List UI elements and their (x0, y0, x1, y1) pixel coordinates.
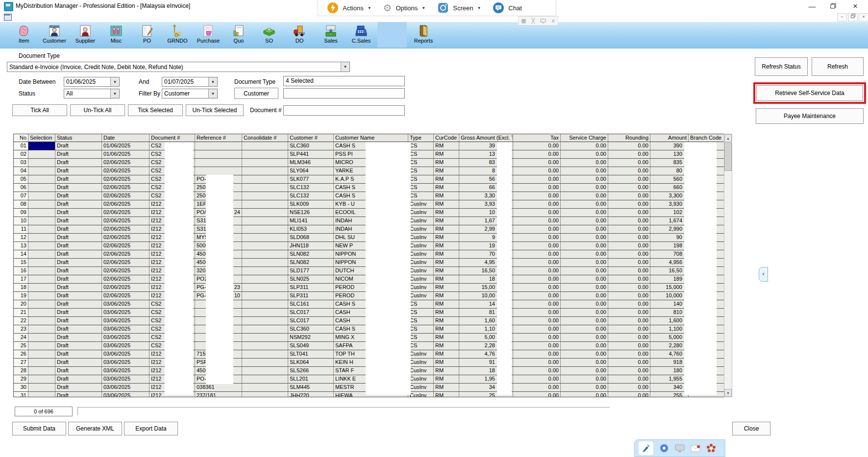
cell-amount[interactable]: 130 (650, 150, 689, 158)
cell-type[interactable]: CS (408, 325, 434, 333)
cell-consolidate[interactable] (242, 225, 288, 233)
cell-amount[interactable]: 5,000 (650, 334, 689, 341)
cell-cur[interactable]: RM (434, 225, 459, 233)
cell-ref[interactable] (195, 167, 242, 175)
restore-button[interactable] (825, 0, 842, 12)
scroll-up-icon[interactable]: ▲ (724, 134, 732, 142)
cell-consolidate[interactable] (242, 384, 288, 391)
cell-cur[interactable]: RM (434, 250, 459, 258)
cell-no[interactable]: 03 (14, 159, 28, 167)
cell-svc[interactable]: 0.00 (561, 350, 608, 358)
cell-status[interactable]: Draft (55, 217, 102, 225)
cell-sel[interactable] (28, 392, 55, 397)
mdi-minimize-button[interactable]: – (837, 13, 847, 22)
cell-status[interactable]: Draft (55, 334, 102, 341)
cell-type[interactable]: CusInv (408, 367, 434, 375)
column-header-sel[interactable]: Selection (28, 134, 55, 142)
toolbar-item-so[interactable]: SO (255, 23, 283, 48)
cell-date[interactable]: 02/06/2025 (102, 284, 149, 291)
tick-all-button[interactable]: Tick All (12, 104, 67, 116)
cell-no[interactable]: 15 (14, 259, 28, 266)
cell-cust[interactable]: SLP311 (288, 292, 334, 300)
cell-consolidate[interactable] (242, 242, 288, 250)
cell-amount[interactable]: 340 (650, 384, 689, 391)
cell-date[interactable]: 03/06/2025 (102, 392, 149, 397)
cell-type[interactable]: CusInv (408, 284, 434, 291)
cell-cur[interactable]: RM (434, 359, 459, 366)
cell-sel[interactable] (28, 259, 55, 266)
cell-svc[interactable]: 0.00 (561, 225, 608, 233)
retrieve-self-service-button[interactable]: Retrieve Self-Service Data (756, 85, 863, 101)
cell-cust[interactable]: SLN025 (288, 275, 334, 283)
cell-date[interactable]: 02/06/2025 (102, 209, 149, 216)
cell-type[interactable]: CS (408, 192, 434, 200)
cell-round[interactable]: 0.00 (608, 150, 650, 158)
cell-type[interactable]: CusInv (408, 359, 434, 366)
cell-cur[interactable]: RM (434, 284, 459, 291)
cell-round[interactable]: 0.00 (608, 142, 650, 150)
cell-sel[interactable] (28, 375, 55, 383)
column-header-no[interactable]: No (14, 134, 28, 142)
cell-date[interactable]: 02/06/2025 (102, 242, 149, 250)
cell-amount[interactable]: 102 (650, 209, 689, 216)
cell-svc[interactable]: 0.00 (561, 217, 608, 225)
toolbar-selected-slot[interactable] (377, 22, 407, 48)
cell-status[interactable]: Draft (55, 325, 102, 333)
cell-round[interactable]: 0.00 (608, 267, 650, 275)
cell-tax[interactable]: 0.00 (513, 259, 561, 266)
toolbar-item-sales[interactable]: Sales (317, 23, 345, 48)
cell-cust[interactable]: KLI053 (288, 225, 334, 233)
cell-sel[interactable] (28, 284, 55, 291)
cell-consolidate[interactable] (242, 309, 288, 316)
panel-collapse-button[interactable]: ‹ (759, 267, 768, 282)
cell-status[interactable]: Draft (55, 200, 102, 208)
cell-sel[interactable] (28, 300, 55, 308)
cell-svc[interactable]: 0.00 (561, 359, 608, 366)
cell-sel[interactable] (28, 234, 55, 241)
cell-cust[interactable]: SLT041 (288, 350, 334, 358)
cell-round[interactable]: 0.00 (608, 334, 650, 341)
cell-status[interactable]: Draft (55, 167, 102, 175)
cell-round[interactable]: 0.00 (608, 292, 650, 300)
cell-status[interactable]: Draft (55, 225, 102, 233)
cell-round[interactable]: 0.00 (608, 317, 650, 325)
cell-type[interactable]: CusInv (408, 234, 434, 241)
cell-consolidate[interactable] (242, 350, 288, 358)
column-header-name[interactable]: Customer Name (334, 134, 408, 142)
column-header-type[interactable]: Type (408, 134, 434, 142)
cell-svc[interactable]: 0.00 (561, 367, 608, 375)
cell-cur[interactable]: RM (434, 150, 459, 158)
cell-no[interactable]: 16 (14, 267, 28, 275)
cell-status[interactable]: Draft (55, 250, 102, 258)
cell-no[interactable]: 24 (14, 334, 28, 341)
cell-svc[interactable]: 0.00 (561, 184, 608, 192)
column-header-cust[interactable]: Customer # (288, 134, 334, 142)
cell-round[interactable]: 0.00 (608, 209, 650, 216)
cell-cust[interactable]: SLD068 (288, 234, 334, 241)
cell-tax[interactable]: 0.00 (513, 267, 561, 275)
cell-sel[interactable] (28, 367, 55, 375)
cell-amount[interactable]: 918 (650, 359, 689, 366)
cell-cust[interactable]: SLC360 (288, 325, 334, 333)
cell-consolidate[interactable] (242, 142, 288, 150)
cell-consolidate[interactable] (242, 359, 288, 366)
cell-date[interactable]: 02/06/2025 (102, 200, 149, 208)
cell-status[interactable]: Draft (55, 267, 102, 275)
cell-cur[interactable]: RM (434, 275, 459, 283)
cell-tax[interactable]: 0.00 (513, 175, 561, 183)
cell-amount[interactable]: 660 (650, 184, 689, 192)
cell-sel[interactable] (28, 309, 55, 316)
display-icon[interactable] (675, 444, 685, 452)
cell-cur[interactable]: RM (434, 292, 459, 300)
cell-svc[interactable]: 0.00 (561, 284, 608, 291)
cell-cust[interactable]: SLL201 (288, 375, 334, 383)
cell-tax[interactable]: 0.00 (513, 300, 561, 308)
dropdown-arrow-icon[interactable]: ▼ (110, 77, 119, 86)
cell-round[interactable]: 0.00 (608, 217, 650, 225)
cell-amount[interactable]: 80 (650, 167, 689, 175)
cell-tax[interactable]: 0.00 (513, 192, 561, 200)
cell-sel[interactable] (28, 150, 55, 158)
column-header-doc[interactable]: Document # (149, 134, 195, 142)
cell-status[interactable]: Draft (55, 292, 102, 300)
cell-date[interactable]: 02/06/2025 (102, 159, 149, 167)
